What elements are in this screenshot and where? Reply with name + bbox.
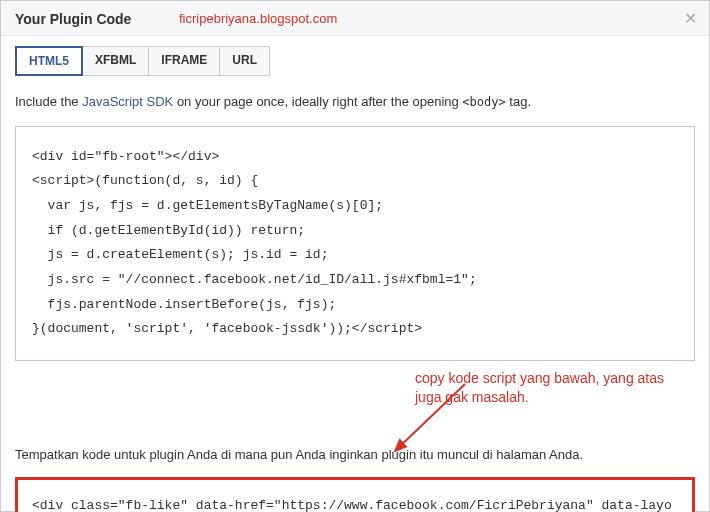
instruction-suffix: on your page once, ideally right after t…: [173, 94, 462, 109]
tab-bar: HTML5 XFBML IFRAME URL: [1, 36, 709, 92]
annotation-wrapper: copy kode script yang bawah, yang atas j…: [15, 369, 695, 439]
tab-url[interactable]: URL: [219, 46, 270, 76]
plugin-code-dialog: Your Plugin Code ficripebriyana.blogspot…: [0, 0, 710, 512]
watermark-text: ficripebriyana.blogspot.com: [179, 11, 337, 26]
dialog-header: Your Plugin Code ficripebriyana.blogspot…: [1, 1, 709, 36]
body-tag-code: <body>: [462, 95, 505, 109]
close-icon[interactable]: ✕: [684, 11, 697, 27]
js-sdk-link[interactable]: JavaScript SDK: [82, 94, 173, 109]
sdk-code-box[interactable]: <div id="fb-root"></div> <script>(functi…: [15, 126, 695, 362]
sdk-instruction: Include the JavaScript SDK on your page …: [15, 92, 695, 112]
plugin-code-box[interactable]: <div class="fb-like" data-href="https://…: [15, 477, 695, 513]
annotation-text: copy kode script yang bawah, yang atas j…: [415, 369, 675, 407]
tab-xfbml[interactable]: XFBML: [82, 46, 149, 76]
dialog-title: Your Plugin Code: [15, 11, 131, 27]
instruction-tail: tag.: [506, 94, 531, 109]
placement-instruction: Tempatkan kode untuk plugin Anda di mana…: [15, 445, 695, 465]
tab-iframe[interactable]: IFRAME: [148, 46, 220, 76]
dialog-content: Include the JavaScript SDK on your page …: [1, 92, 709, 512]
instruction-prefix: Include the: [15, 94, 82, 109]
tab-html5[interactable]: HTML5: [15, 46, 83, 76]
